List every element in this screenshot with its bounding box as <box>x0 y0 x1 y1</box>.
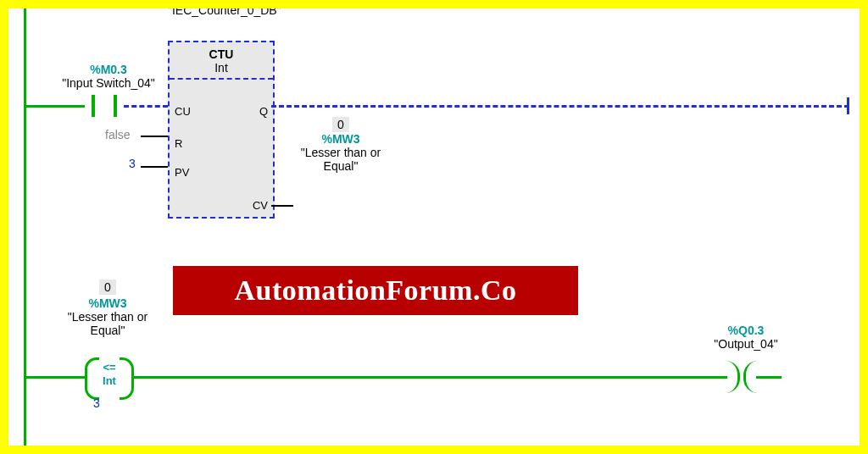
wire-pv-in <box>141 166 168 168</box>
cv-value: 0 <box>332 117 349 132</box>
cv-address: %MW3 <box>298 132 383 146</box>
contact-label-block: %M0.3 "Input Switch_04" <box>58 63 159 90</box>
q-output-wire <box>271 105 849 108</box>
rung2-mid-wire <box>134 376 722 379</box>
pin-q: Q <box>259 105 268 118</box>
pin-pv: PV <box>175 166 189 179</box>
coil-lead-right <box>756 376 782 379</box>
coil-label-block: %Q0.3 "Output_04" <box>695 324 797 351</box>
cmp-symbol: "Lesser than or Equal" <box>61 310 154 337</box>
watermark-banner: AutomationForum.Co <box>173 266 578 315</box>
power-rail <box>24 8 26 446</box>
pin-cu: CU <box>175 105 191 118</box>
cmp-label-block: 0 %MW3 "Lesser than or Equal" <box>61 280 154 337</box>
cmp-address: %MW3 <box>61 296 154 310</box>
cv-output-wire <box>271 205 293 207</box>
r-value: false <box>105 128 131 141</box>
pin-r: R <box>175 137 182 150</box>
rung1-rail-wire <box>24 105 85 108</box>
q-output-end <box>847 97 849 114</box>
cv-symbol: "Lesser than or Equal" <box>298 146 383 173</box>
ctu-block[interactable]: CTU Int CU Q R PV CV <box>168 41 275 219</box>
ctu-db-label: "IEC_Counter_0_DB" <box>168 3 271 17</box>
rung2-rail-wire <box>24 376 85 379</box>
ctu-type: CTU <box>170 47 273 61</box>
cmp-value: 0 <box>99 280 116 295</box>
cmp-operand: 3 <box>93 396 100 410</box>
contact-address: %M0.3 <box>58 63 159 76</box>
cv-output-label-block: 0 %MW3 "Lesser than or Equal" <box>298 117 383 173</box>
pv-value: 3 <box>129 157 136 170</box>
coil-address: %Q0.3 <box>695 324 797 337</box>
ctu-dtype: Int <box>170 61 273 75</box>
wire-to-ctu <box>124 105 168 108</box>
no-contact[interactable] <box>85 94 124 118</box>
ctu-header: CTU Int <box>170 42 273 80</box>
wire-r-in <box>141 136 168 137</box>
coil-symbol: "Output_04" <box>695 337 797 351</box>
compare-block[interactable]: <= Int <box>85 357 134 395</box>
pin-cv: CV <box>253 199 268 212</box>
ladder-diagram-frame: "IEC_Counter_0_DB" %M0.3 "Input Switch_0… <box>0 0 868 454</box>
contact-symbol: "Input Switch_04" <box>58 76 159 90</box>
